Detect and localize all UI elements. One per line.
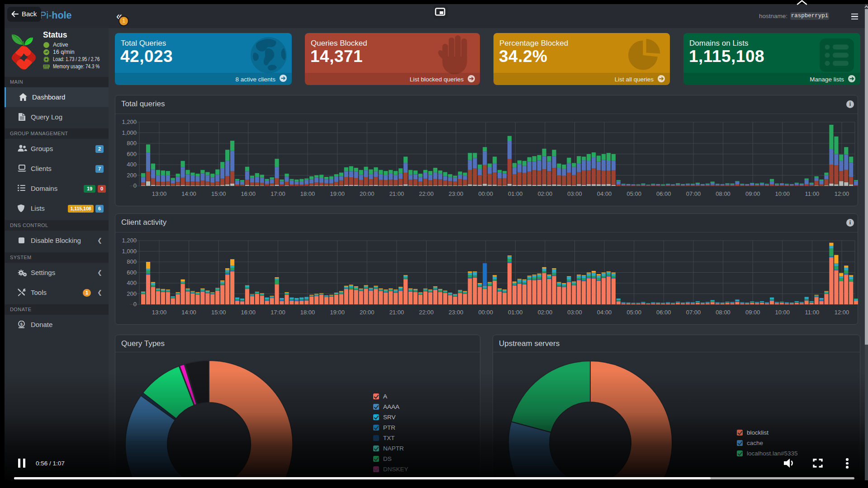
svg-text:06:00: 06:00	[656, 190, 671, 197]
svg-text:13:00: 13:00	[152, 190, 167, 197]
svg-text:01:00: 01:00	[508, 190, 523, 197]
svg-text:18:00: 18:00	[300, 190, 315, 197]
svg-text:17:00: 17:00	[270, 309, 285, 316]
svg-text:17:00: 17:00	[270, 190, 285, 197]
svg-text:1,200: 1,200	[122, 237, 137, 244]
svg-text:16:00: 16:00	[241, 309, 256, 316]
svg-text:22:00: 22:00	[419, 190, 434, 197]
svg-text:12:00: 12:00	[835, 190, 849, 197]
svg-text:19:00: 19:00	[330, 190, 345, 197]
svg-text:200: 200	[127, 172, 137, 179]
svg-text:23:00: 23:00	[449, 190, 464, 197]
svg-text:08:00: 08:00	[716, 190, 730, 197]
svg-text:07:00: 07:00	[686, 190, 701, 197]
svg-text:600: 600	[127, 151, 137, 157]
svg-text:00:00: 00:00	[478, 309, 493, 316]
svg-text:11:00: 11:00	[805, 309, 820, 316]
svg-text:14:00: 14:00	[181, 309, 196, 316]
svg-text:04:00: 04:00	[597, 190, 612, 197]
svg-text:05:00: 05:00	[626, 190, 641, 197]
svg-text:600: 600	[127, 269, 137, 276]
svg-text:1,000: 1,000	[122, 248, 137, 255]
svg-text:0: 0	[133, 301, 137, 308]
svg-text:800: 800	[127, 258, 137, 265]
svg-text:21:00: 21:00	[389, 309, 404, 316]
svg-text:09:00: 09:00	[745, 309, 760, 316]
svg-text:19:00: 19:00	[330, 309, 345, 316]
svg-text:0: 0	[133, 182, 137, 189]
svg-text:01:00: 01:00	[508, 309, 523, 316]
svg-text:11:00: 11:00	[805, 190, 820, 197]
svg-text:20:00: 20:00	[360, 309, 375, 316]
svg-text:10:00: 10:00	[775, 309, 790, 316]
svg-text:09:00: 09:00	[745, 190, 760, 197]
svg-text:14:00: 14:00	[181, 190, 196, 197]
svg-text:200: 200	[127, 290, 137, 297]
svg-text:13:00: 13:00	[152, 309, 167, 316]
svg-text:15:00: 15:00	[211, 309, 226, 316]
svg-text:04:00: 04:00	[597, 309, 612, 316]
svg-text:00:00: 00:00	[478, 190, 493, 197]
svg-text:20:00: 20:00	[360, 190, 375, 197]
svg-text:18:00: 18:00	[300, 309, 315, 316]
svg-text:03:00: 03:00	[567, 309, 582, 316]
svg-text:800: 800	[127, 140, 137, 147]
svg-text:12:00: 12:00	[835, 309, 849, 316]
svg-text:22:00: 22:00	[419, 309, 434, 316]
svg-text:16:00: 16:00	[241, 190, 256, 197]
svg-text:400: 400	[127, 161, 137, 168]
svg-text:$: $	[20, 322, 23, 327]
svg-text:03:00: 03:00	[567, 190, 582, 197]
svg-text:02:00: 02:00	[538, 309, 553, 316]
svg-text:08:00: 08:00	[716, 309, 730, 316]
svg-text:1,000: 1,000	[122, 129, 137, 136]
svg-text:1,200: 1,200	[122, 118, 137, 125]
svg-text:02:00: 02:00	[538, 190, 553, 197]
svg-text:15:00: 15:00	[211, 190, 226, 197]
svg-text:06:00: 06:00	[656, 309, 671, 316]
svg-text:07:00: 07:00	[686, 309, 701, 316]
svg-text:400: 400	[127, 280, 137, 286]
svg-text:05:00: 05:00	[626, 309, 641, 316]
svg-text:10:00: 10:00	[775, 190, 790, 197]
svg-text:23:00: 23:00	[449, 309, 464, 316]
svg-text:21:00: 21:00	[389, 190, 404, 197]
